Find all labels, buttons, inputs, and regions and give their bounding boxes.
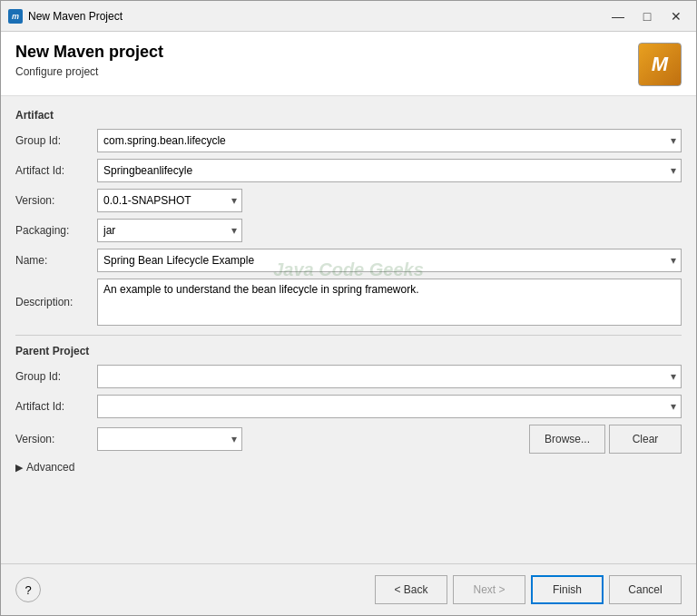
browse-clear-group: Browse... Clear bbox=[529, 425, 682, 454]
section-separator bbox=[15, 335, 682, 336]
parent-artifact-id-row: Artifact Id: bbox=[15, 395, 682, 418]
parent-group-id-wrapper bbox=[97, 365, 682, 388]
artifact-section-title: Artifact bbox=[15, 109, 682, 122]
artifact-id-wrapper bbox=[97, 159, 682, 182]
group-id-label: Group Id: bbox=[15, 134, 97, 147]
clear-button[interactable]: Clear bbox=[609, 425, 682, 454]
dialog-footer: ? < Back Next > Finish Cancel bbox=[1, 563, 696, 615]
window-controls: — □ ✕ bbox=[605, 6, 689, 26]
name-input[interactable] bbox=[97, 249, 682, 272]
artifact-section: Artifact Group Id: Artifact Id: Version:… bbox=[15, 109, 682, 326]
app-icon: m bbox=[8, 9, 23, 24]
advanced-arrow-icon: ▶ bbox=[15, 462, 23, 474]
name-label: Name: bbox=[15, 254, 97, 267]
packaging-select-wrapper: jar war pom bbox=[97, 219, 242, 242]
description-label: Description: bbox=[15, 296, 97, 308]
next-button[interactable]: Next > bbox=[453, 575, 525, 604]
title-bar: m New Maven Project — □ ✕ bbox=[1, 1, 696, 32]
packaging-row: Packaging: jar war pom bbox=[15, 219, 682, 242]
group-id-input[interactable] bbox=[97, 129, 682, 152]
finish-button[interactable]: Finish bbox=[531, 575, 604, 604]
dialog-window: m New Maven Project — □ ✕ New Maven proj… bbox=[0, 0, 697, 616]
group-id-row: Group Id: bbox=[15, 129, 682, 152]
parent-version-label: Version: bbox=[15, 433, 97, 445]
header-text: New Maven project Configure project bbox=[15, 43, 163, 78]
help-button[interactable]: ? bbox=[15, 577, 41, 602]
version-label: Version: bbox=[15, 194, 97, 207]
parent-artifact-id-input[interactable] bbox=[97, 395, 682, 418]
close-button[interactable]: ✕ bbox=[663, 6, 689, 26]
artifact-id-input[interactable] bbox=[97, 159, 682, 182]
parent-version-select-wrapper bbox=[97, 427, 242, 451]
advanced-label: Advanced bbox=[26, 461, 74, 474]
version-select[interactable]: 0.0.1-SNAPSHOT bbox=[97, 189, 242, 212]
description-input[interactable]: An example to understand the bean lifecy… bbox=[97, 279, 682, 326]
footer-left: ? bbox=[15, 577, 41, 602]
group-id-wrapper bbox=[97, 129, 682, 152]
version-select-wrapper: 0.0.1-SNAPSHOT bbox=[97, 189, 242, 212]
parent-artifact-id-wrapper bbox=[97, 395, 682, 418]
artifact-id-label: Artifact Id: bbox=[15, 164, 97, 177]
maximize-button[interactable]: □ bbox=[634, 6, 660, 26]
parent-artifact-id-label: Artifact Id: bbox=[15, 400, 97, 413]
description-row: Description: An example to understand th… bbox=[15, 279, 682, 326]
name-row: Name: bbox=[15, 249, 682, 272]
packaging-select[interactable]: jar war pom bbox=[97, 219, 242, 242]
parent-group-id-row: Group Id: bbox=[15, 365, 682, 388]
name-wrapper bbox=[97, 249, 682, 272]
version-row: Version: 0.0.1-SNAPSHOT bbox=[15, 189, 682, 212]
maven-logo: M bbox=[638, 43, 682, 86]
parent-section-title: Parent Project bbox=[15, 345, 682, 357]
artifact-id-row: Artifact Id: bbox=[15, 159, 682, 182]
parent-section: Parent Project Group Id: Artifact Id: Ve… bbox=[15, 345, 682, 454]
back-button[interactable]: < Back bbox=[375, 575, 447, 604]
parent-group-id-input[interactable] bbox=[97, 365, 682, 388]
parent-version-select[interactable] bbox=[97, 427, 242, 451]
parent-group-id-label: Group Id: bbox=[15, 370, 97, 383]
minimize-button[interactable]: — bbox=[605, 6, 631, 26]
footer-right: < Back Next > Finish Cancel bbox=[375, 575, 682, 604]
packaging-label: Packaging: bbox=[15, 224, 97, 237]
cancel-button[interactable]: Cancel bbox=[609, 575, 682, 604]
dialog-subtitle: Configure project bbox=[15, 65, 163, 78]
dialog-title: New Maven project bbox=[15, 43, 163, 62]
parent-version-row: Version: Browse... Clear bbox=[15, 425, 682, 454]
dialog-header: New Maven project Configure project M bbox=[1, 32, 696, 96]
window-title: New Maven Project bbox=[28, 10, 605, 23]
advanced-section[interactable]: ▶ Advanced bbox=[15, 461, 682, 474]
browse-button[interactable]: Browse... bbox=[529, 425, 605, 454]
dialog-content: Artifact Group Id: Artifact Id: Version:… bbox=[1, 96, 696, 563]
